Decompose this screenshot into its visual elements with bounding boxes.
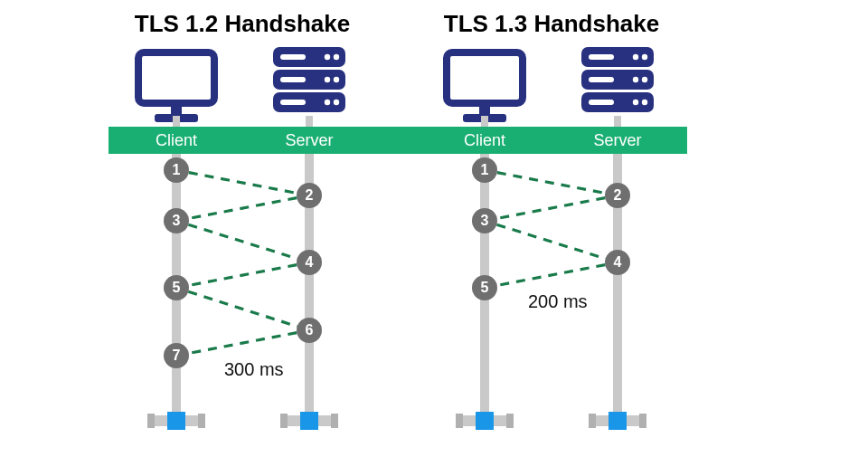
step-number: 2 [306,187,314,203]
message-line [497,198,605,219]
svg-rect-22 [614,116,621,129]
steps-left: 1234567 [164,157,322,368]
client-label-left: Client [156,131,197,149]
lifeline-endcap [280,412,338,430]
step-number: 4 [614,254,622,270]
message-line [496,224,605,259]
lifeline-endcap [456,412,514,430]
step-number: 6 [306,322,314,338]
client-icon [138,52,214,122]
step-number: 7 [173,348,181,363]
client-icon [447,52,523,122]
server-icon [581,47,654,112]
message-line [189,265,297,286]
step-number: 3 [173,213,181,228]
message-line [497,265,605,286]
timing-left: 300 ms [224,359,284,379]
timing-right: 200 ms [528,291,588,311]
steps-right: 12345 [472,157,630,300]
lifeline-endcap [147,412,205,430]
step-number: 5 [481,280,489,295]
message-line [497,173,605,194]
step-number: 2 [614,187,622,203]
message-line [189,173,297,194]
step-number: 4 [306,254,314,270]
svg-rect-21 [481,116,488,129]
step-number: 5 [173,280,181,295]
messages-right [496,173,605,286]
svg-rect-20 [306,116,313,129]
message-line [189,333,297,354]
messages-left [188,173,297,354]
server-label-left: Server [285,131,333,149]
svg-rect-19 [173,116,180,129]
client-label-right: Client [464,131,505,149]
message-line [188,224,297,259]
message-line [189,198,297,219]
lifeline-endcap [589,412,646,430]
step-number: 1 [481,162,489,177]
message-line [188,291,297,326]
step-number: 3 [481,213,489,228]
server-icon [273,47,345,112]
title-left: TLS 1.2 Handshake [135,10,350,37]
step-number: 1 [173,162,181,177]
title-right: TLS 1.3 Handshake [444,10,659,37]
server-label-right: Server [593,131,641,149]
